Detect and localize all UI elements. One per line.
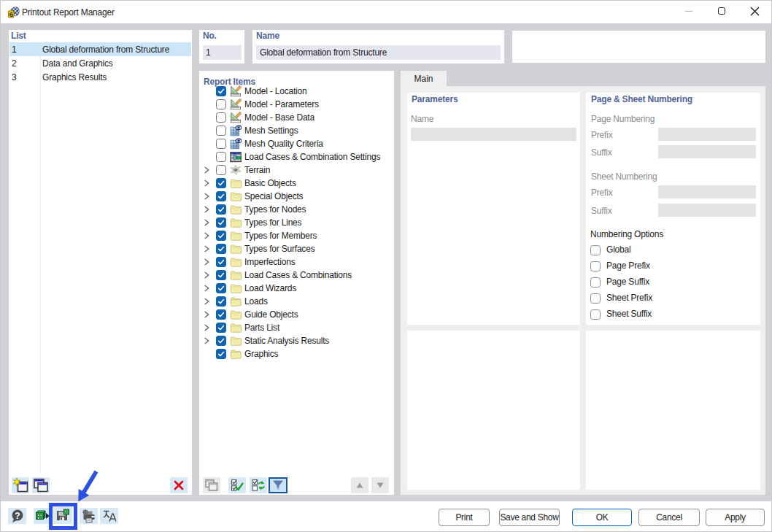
svg-text:?: ? <box>15 511 20 521</box>
svg-text:6: 6 <box>9 10 13 18</box>
